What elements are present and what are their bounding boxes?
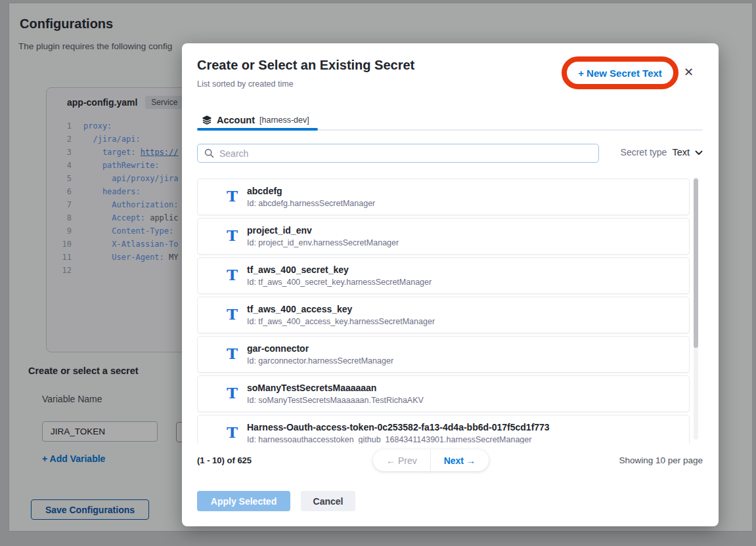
chevron-down-icon (695, 150, 703, 156)
secret-list-item[interactable]: T tf_aws_400_access_key Id: tf_aws_400_a… (197, 297, 690, 333)
scope-tabbar: Account [harness-dev] (197, 109, 703, 131)
secret-name: tf_aws_400_secret_key (247, 264, 349, 275)
secret-name: abcdefg (247, 186, 282, 196)
text-secret-icon: T (227, 306, 238, 323)
close-icon[interactable]: ✕ (684, 66, 694, 78)
next-page-button[interactable]: Next → (431, 455, 489, 466)
prev-page-button[interactable]: ← Prev (373, 455, 430, 466)
text-secret-icon: T (227, 345, 238, 362)
secret-name: Harness-Oauth-access-token-0c253582-fa13… (247, 422, 550, 432)
secret-list-item[interactable]: T soManyTestSecretsMaaaaaan Id: soManyTe… (197, 375, 690, 412)
secret-name: tf_aws_400_access_key (247, 304, 352, 314)
pagination-controls: ← Prev Next → (373, 450, 489, 471)
per-page-indicator: Showing 10 per page (619, 455, 703, 465)
search-field[interactable] (197, 144, 599, 163)
secret-list-item[interactable]: T abcdefg Id: abcdefg.harnessSecretManag… (197, 178, 690, 215)
cancel-button[interactable]: Cancel (301, 491, 355, 511)
secret-type-filter[interactable]: Secret type Text (608, 147, 703, 158)
secret-id: Id: project_id_env.harnessSecretManager (247, 238, 399, 247)
modal-subtitle: List sorted by created time (197, 79, 294, 89)
secret-type-label: Secret type (621, 147, 667, 158)
tab-active-indicator (197, 128, 318, 131)
search-icon (204, 148, 214, 158)
list-scrollbar[interactable] (694, 177, 698, 440)
secret-id: Id: abcdefg.harnessSecretManager (247, 199, 375, 208)
secret-list-item[interactable]: T gar-connector Id: garconnector.harness… (197, 336, 690, 373)
text-secret-icon: T (227, 227, 238, 244)
tab-account-scope: [harness-dev] (259, 116, 309, 125)
secret-list-item[interactable]: T Harness-Oauth-access-token-0c253582-fa… (197, 415, 690, 444)
text-secret-icon: T (227, 266, 238, 284)
apply-selected-button[interactable]: Apply Selected (197, 491, 290, 511)
text-secret-icon: T (227, 385, 238, 402)
secret-type-value: Text (672, 147, 690, 158)
secret-list-item[interactable]: T tf_aws_400_secret_key Id: tf_aws_400_s… (197, 257, 690, 294)
secret-list: T abcdefg Id: abcdefg.harnessSecretManag… (197, 176, 690, 444)
modal-title: Create or Select an Existing Secret (197, 58, 414, 73)
secret-name: project_id_env (247, 225, 312, 236)
layers-icon (202, 115, 212, 125)
list-scrollbar-thumb[interactable] (694, 178, 698, 348)
secret-id: Id: tf_aws_400_secret_key.harnessSecretM… (247, 278, 432, 287)
secret-list-item[interactable]: T project_id_env Id: project_id_env.harn… (197, 218, 690, 255)
tab-account-label: Account (217, 115, 255, 125)
secret-name: soManyTestSecretsMaaaaaan (247, 383, 376, 393)
secret-name: gar-connector (247, 343, 309, 354)
secret-id: Id: soManyTestSecretsMaaaaaan.TestRichaA… (247, 396, 424, 405)
screen: Configurations The plugin requires the f… (0, 0, 756, 546)
pagination-range: (1 - 10) of 625 (197, 455, 252, 465)
secret-id: Id: harnessoauthaccesstoken_github_16843… (247, 435, 531, 444)
search-input[interactable] (219, 148, 598, 159)
text-secret-icon: T (227, 188, 238, 205)
text-secret-icon: T (227, 424, 238, 441)
secret-id: Id: tf_aws_400_access_key.harnessSecretM… (247, 317, 435, 326)
secret-id: Id: garconnector.harnessSecretManager (247, 356, 393, 366)
new-secret-text-button[interactable]: + New Secret Text (571, 65, 669, 81)
secret-picker-modal: Create or Select an Existing Secret List… (182, 43, 719, 526)
